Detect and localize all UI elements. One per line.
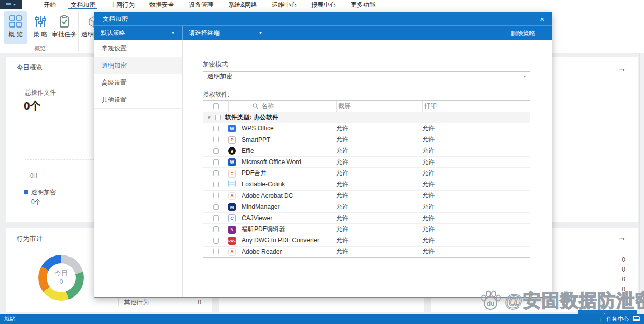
page-scrollbar[interactable] bbox=[639, 53, 644, 314]
select-all-checkbox[interactable] bbox=[213, 103, 219, 109]
software-row[interactable]: SmartPPT 允许 允许 bbox=[203, 134, 530, 146]
row-checkbox[interactable] bbox=[213, 226, 219, 232]
donut-legend-row: 其他行为 0 bbox=[118, 298, 203, 306]
nav-item-general-settings[interactable]: 常规设置 bbox=[94, 40, 182, 57]
print-permission[interactable]: 允许 bbox=[422, 135, 530, 144]
screenshot-permission[interactable]: 允许 bbox=[336, 203, 422, 211]
menu-tab-label: 文档加密 bbox=[71, 1, 95, 9]
screenshot-permission[interactable]: 允许 bbox=[336, 214, 422, 223]
row-checkbox[interactable] bbox=[213, 170, 219, 176]
menu-tab[interactable]: 文档加密 bbox=[63, 0, 103, 9]
software-row[interactable]: CAJViewer 允许 允许 bbox=[203, 213, 530, 224]
print-permission[interactable]: 允许 bbox=[422, 124, 530, 133]
software-row[interactable]: Any DWG to PDF Converter 允许 允许 bbox=[203, 235, 530, 247]
group-checkbox[interactable] bbox=[215, 115, 221, 120]
software-row[interactable]: WPS Office 允许 允许 bbox=[203, 123, 530, 134]
screenshot-permission[interactable]: 允许 bbox=[336, 146, 422, 155]
download-arrow-icon: ↓ bbox=[599, 316, 603, 322]
chevron-down-icon[interactable]: ∨ bbox=[207, 115, 211, 120]
encryption-mode-value: 透明加密 bbox=[207, 72, 232, 81]
ribbon-button-label: 策 略 bbox=[33, 30, 47, 39]
legend-row-value: 0 bbox=[198, 299, 201, 306]
menu-tab[interactable]: 系统&网络 bbox=[221, 0, 264, 9]
menu-tab[interactable]: 上网行为 bbox=[103, 0, 142, 9]
software-row[interactable]: 福昕PDF编辑器 允许 允许 bbox=[203, 224, 530, 235]
menu-tab[interactable]: 运维中心 bbox=[264, 0, 304, 9]
nav-item-transparent-encryption[interactable]: 透明加密 bbox=[94, 57, 182, 74]
encryption-mode-select[interactable]: 透明加密 ▼ bbox=[203, 71, 530, 82]
search-icon[interactable] bbox=[253, 103, 258, 109]
screenshot-permission[interactable]: 允许 bbox=[336, 191, 422, 200]
ribbon-button-approval[interactable]: 审批任务 bbox=[53, 11, 76, 44]
menu-tab[interactable]: 设备管理 bbox=[181, 0, 221, 9]
menu-tab[interactable]: 数据安全 bbox=[142, 0, 181, 9]
row-checkbox[interactable] bbox=[213, 193, 219, 198]
row-checkbox[interactable] bbox=[213, 238, 219, 244]
row-checkbox[interactable] bbox=[213, 137, 219, 142]
app-window-icon bbox=[6, 3, 11, 7]
behavior-audit-title: 行为审计 bbox=[17, 235, 43, 244]
delete-policy-button[interactable]: 删除策略 bbox=[494, 26, 552, 40]
screenshot-permission[interactable]: 允许 bbox=[336, 247, 422, 256]
print-permission[interactable]: 允许 bbox=[422, 191, 530, 200]
screenshot-permission[interactable]: 允许 bbox=[336, 135, 422, 144]
policy-sliders-icon bbox=[34, 15, 47, 28]
software-name: Adobe Acrobat DC bbox=[242, 192, 336, 199]
dialog-content: 加密模式: 透明加密 ▼ 授权软件: 名称 截屏 打印 ∨ bbox=[183, 40, 552, 297]
screenshot-permission[interactable]: 允许 bbox=[336, 124, 422, 133]
row-checkbox[interactable] bbox=[213, 159, 219, 165]
print-permission[interactable]: 允许 bbox=[422, 236, 530, 245]
row-checkbox[interactable] bbox=[213, 249, 219, 254]
screenshot-permission[interactable]: 允许 bbox=[336, 225, 422, 234]
ribbon-button-overview[interactable]: 概 览 bbox=[4, 11, 27, 44]
row-checkbox[interactable] bbox=[213, 182, 219, 187]
cajviewer-icon bbox=[228, 214, 236, 222]
terminal-dropdown[interactable]: 请选择终端 ▼ bbox=[182, 26, 270, 40]
app-menu-button[interactable]: ▼ bbox=[0, 0, 22, 9]
screenshot-permission[interactable]: 允许 bbox=[336, 236, 422, 245]
row-checkbox[interactable] bbox=[213, 204, 219, 210]
print-permission[interactable]: 允许 bbox=[422, 203, 530, 211]
menu-tab-label: 更多功能 bbox=[351, 1, 375, 9]
policy-dropdown[interactable]: 默认策略 ▼ bbox=[94, 26, 182, 40]
menu-tab-label: 设备管理 bbox=[189, 1, 214, 9]
print-permission[interactable]: 允许 bbox=[422, 146, 530, 155]
menu-tab[interactable]: 更多功能 bbox=[343, 0, 383, 9]
task-center-link[interactable]: 任务中心 bbox=[606, 315, 629, 323]
task-center-icon[interactable] bbox=[633, 316, 640, 321]
arrow-right-icon[interactable]: → bbox=[617, 233, 626, 242]
software-row[interactable]: MindManager 允许 允许 bbox=[203, 201, 530, 213]
screenshot-permission[interactable]: 允许 bbox=[336, 158, 422, 167]
screenshot-permission[interactable]: 允许 bbox=[336, 180, 422, 189]
mindmanager-icon bbox=[228, 203, 236, 211]
software-name: MindManager bbox=[242, 203, 336, 210]
print-permission[interactable]: 允许 bbox=[422, 247, 530, 256]
menu-tab[interactable]: 报表中心 bbox=[304, 0, 343, 9]
software-name: Foxtable-Colink bbox=[242, 181, 336, 188]
caret-down-icon: ▼ bbox=[171, 31, 175, 35]
software-row[interactable]: Adobe Acrobat DC 允许 允许 bbox=[203, 191, 530, 202]
software-row[interactable]: Adobe Reader 允许 允许 bbox=[203, 247, 530, 258]
screenshot-permission[interactable]: 允许 bbox=[336, 169, 422, 178]
print-permission[interactable]: 允许 bbox=[422, 158, 530, 167]
software-name: CAJViewer bbox=[242, 214, 336, 222]
software-group-row[interactable]: ∨ 软件类型: 办公软件 bbox=[203, 112, 530, 123]
stat-value: 0 bbox=[622, 256, 625, 263]
close-icon[interactable]: × bbox=[540, 15, 544, 23]
row-checkbox[interactable] bbox=[213, 148, 219, 154]
nav-item-advanced-settings[interactable]: 高级设置 bbox=[94, 74, 182, 91]
software-row[interactable]: Effie 允许 允许 bbox=[203, 145, 530, 157]
software-row[interactable]: Foxtable-Colink 允许 允许 bbox=[203, 179, 530, 191]
row-checkbox[interactable] bbox=[213, 126, 219, 131]
nav-item-other-settings[interactable]: 其他设置 bbox=[94, 91, 182, 109]
menu-tab[interactable]: 开始 bbox=[36, 0, 63, 9]
print-permission[interactable]: 允许 bbox=[422, 180, 530, 189]
software-row[interactable]: PDF合并 允许 允许 bbox=[203, 168, 530, 179]
ribbon-button-policy[interactable]: 策 略 bbox=[29, 11, 52, 44]
arrow-right-icon[interactable]: → bbox=[617, 63, 626, 73]
row-checkbox[interactable] bbox=[213, 215, 219, 221]
print-permission[interactable]: 允许 bbox=[422, 169, 530, 178]
print-permission[interactable]: 允许 bbox=[422, 214, 530, 223]
software-row[interactable]: Microsoft Office Word 允许 允许 bbox=[203, 157, 530, 168]
print-permission[interactable]: 允许 bbox=[422, 225, 530, 234]
